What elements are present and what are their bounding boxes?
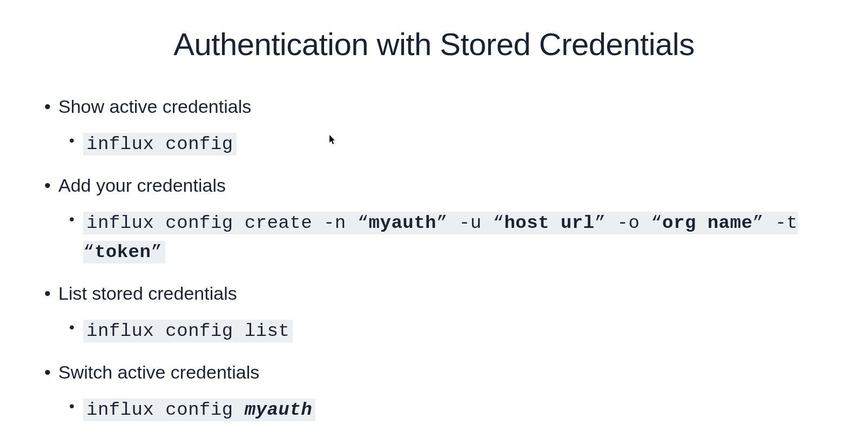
bullet-label: Add your credentials [43, 173, 825, 198]
sub-list: influx config myauth [43, 395, 825, 424]
list-item: List stored credentials influx config li… [43, 281, 825, 345]
sub-list: influx config list [43, 316, 825, 345]
sub-list: influx config create -n “myauth” -u “hos… [43, 208, 825, 266]
code-block: influx config [83, 133, 237, 156]
sub-list: influx config [43, 129, 825, 158]
code-line: influx config myauth [69, 395, 825, 424]
code-block: influx config create -n “myauth” -u “hos… [83, 212, 798, 264]
bullet-label: Show active credentials [43, 95, 825, 119]
code-line: influx config list [69, 316, 825, 345]
code-block: influx config list [83, 320, 293, 342]
code-block: influx config myauth [83, 399, 315, 421]
slide-container: Authentication with Stored Credentials S… [0, 0, 868, 445]
bullet-label: Switch active credentials [43, 360, 825, 385]
code-line: influx config [69, 129, 825, 158]
code-line: influx config create -n “myauth” -u “hos… [69, 208, 825, 266]
bullet-label: List stored credentials [43, 281, 825, 306]
slide-title: Authentication with Stored Credentials [43, 26, 825, 62]
list-item: Add your credentials influx config creat… [43, 173, 825, 266]
bullet-list: Show active credentials influx config Ad… [43, 95, 825, 424]
list-item: Switch active credentials influx config … [43, 360, 825, 424]
list-item: Show active credentials influx config [43, 95, 825, 158]
